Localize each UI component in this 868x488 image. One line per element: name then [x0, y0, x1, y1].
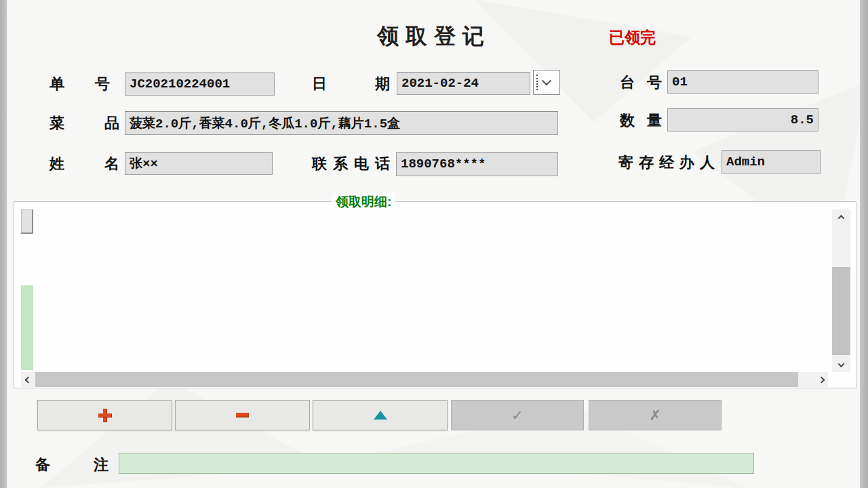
table-number-field[interactable]	[667, 70, 818, 94]
delete-row-button[interactable]	[175, 400, 310, 430]
move-up-button[interactable]	[313, 400, 448, 430]
window-left-edge	[0, 0, 7, 488]
date-label: 日 期	[312, 74, 390, 94]
scroll-left-button[interactable]	[21, 372, 35, 387]
cancel-button[interactable]: ✗	[589, 400, 722, 430]
name-field[interactable]	[125, 152, 273, 175]
claim-registration-window: 领取登记 已领完 单 号 日 期 台号 菜 品 数量 姓 名 联系电话 寄存经办…	[0, 0, 868, 488]
chevron-down-icon	[542, 76, 551, 85]
date-field[interactable]	[397, 72, 530, 95]
window-right-edge	[860, 0, 868, 488]
phone-field[interactable]	[396, 152, 558, 176]
chevron-left-icon	[24, 376, 31, 383]
grid-corner-cell[interactable]	[21, 209, 33, 234]
remark-label: 备 注	[35, 455, 108, 475]
claim-detail-legend: 领取明细:	[332, 193, 395, 211]
chevron-up-icon	[838, 214, 845, 221]
name-label: 姓 名	[50, 154, 119, 174]
vertical-scrollbar-thumb[interactable]	[832, 267, 850, 355]
triangle-up-icon	[374, 411, 387, 420]
scroll-up-button[interactable]	[832, 209, 850, 224]
quantity-label: 数量	[620, 110, 662, 131]
quantity-field[interactable]	[667, 108, 818, 131]
cross-icon: ✗	[649, 408, 661, 422]
minus-icon	[236, 413, 249, 418]
dish-label: 菜 品	[50, 113, 119, 134]
page-title: 领取登记	[298, 22, 570, 52]
handler-label: 寄存经办人	[618, 152, 715, 173]
phone-label: 联系电话	[312, 154, 390, 174]
dish-field[interactable]	[125, 111, 558, 135]
scroll-down-button[interactable]	[832, 357, 850, 372]
background-polygon	[475, 0, 692, 122]
check-icon: ✓	[511, 408, 524, 422]
confirm-button[interactable]: ✓	[451, 400, 584, 430]
chevron-right-icon	[818, 376, 825, 383]
order-number-field[interactable]	[125, 73, 275, 96]
order-number-label: 单 号	[50, 74, 110, 94]
date-dropdown-button[interactable]	[533, 70, 560, 95]
vertical-scrollbar[interactable]	[832, 209, 850, 372]
chevron-down-icon	[838, 361, 845, 367]
horizontal-scrollbar[interactable]	[21, 372, 828, 387]
remark-field[interactable]	[119, 453, 754, 474]
plus-icon	[98, 409, 112, 422]
status-badge: 已领完	[609, 27, 656, 48]
claim-detail-groupbox: 领取明细:	[14, 201, 856, 388]
handler-field[interactable]	[722, 150, 821, 174]
focus-dots	[536, 75, 538, 90]
horizontal-scrollbar-thumb[interactable]	[35, 372, 798, 387]
add-row-button[interactable]	[37, 400, 172, 430]
scroll-right-button[interactable]	[814, 372, 828, 387]
grid-row-indicator	[21, 285, 33, 370]
table-number-label: 台号	[620, 73, 662, 93]
